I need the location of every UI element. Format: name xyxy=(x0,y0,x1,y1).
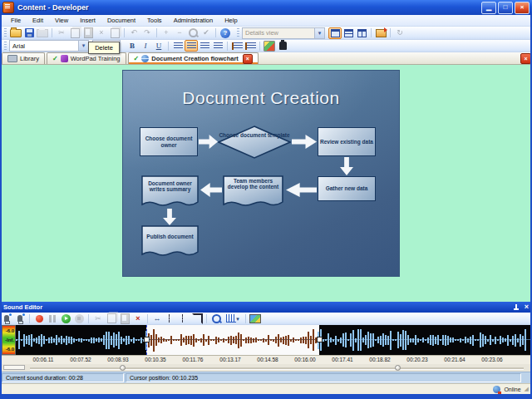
align-justify-button[interactable] xyxy=(211,40,224,52)
align-right-button[interactable] xyxy=(198,40,211,52)
cut-sound-button[interactable]: ✂ xyxy=(91,313,105,324)
copy-button[interactable] xyxy=(68,27,81,39)
zoom-in-button[interactable]: + xyxy=(160,27,173,39)
refresh-button[interactable]: ↻ xyxy=(393,27,406,39)
view-single-button[interactable] xyxy=(328,27,342,39)
sound-editor-close-button[interactable]: × xyxy=(525,303,529,311)
wave-display-button[interactable]: ▾ xyxy=(223,313,243,324)
menu-document[interactable]: Document xyxy=(101,16,141,25)
marker-left-button[interactable] xyxy=(164,313,177,324)
save-button[interactable] xyxy=(22,27,36,39)
resize-grip-icon[interactable]: ◢ xyxy=(525,386,529,392)
copy-sound-button[interactable] xyxy=(105,313,118,324)
selection-start-handle[interactable] xyxy=(144,337,150,342)
manage-folder-button[interactable] xyxy=(374,27,387,39)
scroll-track[interactable] xyxy=(30,367,524,370)
open-button[interactable] xyxy=(9,27,22,39)
scroll-cell[interactable] xyxy=(3,365,25,370)
undo-button[interactable]: ↶ xyxy=(127,27,140,39)
waveform[interactable] xyxy=(16,325,530,355)
menu-view[interactable]: View xyxy=(49,16,74,25)
toolbar-grip[interactable] xyxy=(4,28,7,37)
separator xyxy=(227,42,228,51)
close-tab-button[interactable]: × xyxy=(243,54,253,64)
bullet-list-button[interactable] xyxy=(230,40,244,52)
zoom-tool-button[interactable] xyxy=(209,313,223,324)
insert-picture-button[interactable] xyxy=(249,313,262,324)
record-button[interactable] xyxy=(32,313,46,324)
paste-icon xyxy=(84,27,93,38)
pause-button[interactable] xyxy=(46,313,59,324)
details-view-combo[interactable]: Details view ▾ xyxy=(242,27,325,39)
numbering-color-button[interactable] xyxy=(263,40,276,52)
cut-button[interactable]: ✂ xyxy=(55,27,68,39)
delete-button[interactable]: × xyxy=(95,27,108,39)
stop-button[interactable] xyxy=(72,313,86,324)
italic-button[interactable]: I xyxy=(139,40,152,52)
chevron-down-icon[interactable]: ▾ xyxy=(314,28,324,38)
toolbar-grip[interactable] xyxy=(4,42,7,51)
view-split-horizontal-button[interactable] xyxy=(342,27,355,39)
toolbar-grip[interactable] xyxy=(237,28,239,37)
numbered-list-button[interactable] xyxy=(244,40,257,52)
selection-end-handle[interactable] xyxy=(317,337,323,342)
sound-editor-title-bar: Sound Editor × xyxy=(0,302,532,313)
paste-special-button[interactable] xyxy=(108,27,121,39)
flowchart-node-choose-owner[interactable]: Choose document owner xyxy=(140,127,198,156)
separator xyxy=(390,28,391,37)
slide-canvas[interactable]: Document Creation Choose document owner … xyxy=(122,70,400,277)
flowchart-node-review-data[interactable]: Review existing data xyxy=(318,127,376,156)
window-frame-bottom xyxy=(0,394,532,399)
timeline-ruler[interactable]: 00:06.11 00:07.52 00:08.93 00:10.35 00:1… xyxy=(0,355,532,364)
new-recording-button[interactable] xyxy=(0,313,13,324)
play-button[interactable] xyxy=(59,313,72,324)
tab-wordpad-training[interactable]: ✓ WordPad Training xyxy=(47,52,126,64)
paste-button[interactable] xyxy=(81,27,95,39)
redo-button[interactable]: ↷ xyxy=(140,27,154,39)
menu-tools[interactable]: Tools xyxy=(141,16,168,25)
menu-edit[interactable]: Edit xyxy=(27,16,49,25)
align-left-button[interactable] xyxy=(171,40,185,52)
font-family-combo[interactable]: Arial ▾ xyxy=(9,40,89,52)
underline-button[interactable]: U xyxy=(152,40,165,52)
menu-insert[interactable]: Insert xyxy=(74,16,101,25)
dashed-line-icon xyxy=(169,314,175,323)
align-center-button[interactable] xyxy=(185,40,198,52)
zoom-out-button[interactable]: − xyxy=(173,27,186,39)
selection-marker-button[interactable]: ↔ xyxy=(150,313,164,324)
flowchart-node-publish[interactable]: Publish document xyxy=(141,225,199,259)
marker-right-button[interactable] xyxy=(177,313,190,324)
timeline-label: 00:17.41 xyxy=(322,357,363,362)
flowchart-node-choose-template[interactable]: Choose document template xyxy=(218,126,291,159)
menu-administration[interactable]: Administration xyxy=(168,16,219,25)
zoom-scroll-bar[interactable] xyxy=(0,364,532,372)
paste-sound-button[interactable] xyxy=(118,313,131,324)
close-button[interactable]: × xyxy=(515,2,530,14)
view-split-vertical-button[interactable] xyxy=(355,27,368,39)
flowchart-node-team-develop[interactable]: Team members develop the content xyxy=(223,175,283,209)
tab-document-creation-flowchart[interactable]: ✓ Document Creation flowchart × xyxy=(128,52,259,64)
help-button[interactable]: ? xyxy=(219,27,232,39)
flowchart-node-gather-data[interactable]: Gather new data xyxy=(318,176,376,201)
print-button[interactable] xyxy=(36,27,49,39)
align-right-icon xyxy=(200,42,209,50)
menu-help[interactable]: Help xyxy=(219,16,243,25)
delete-selection-button[interactable]: × xyxy=(131,313,145,324)
maximize-button[interactable]: □ xyxy=(498,2,513,14)
menu-file[interactable]: File xyxy=(5,16,27,25)
tab-library[interactable]: Library xyxy=(2,52,45,64)
find-button[interactable] xyxy=(186,27,200,39)
ink-bottle-icon xyxy=(279,42,287,50)
minimize-button[interactable]: ▁ xyxy=(481,2,496,14)
pin-icon[interactable] xyxy=(513,304,520,311)
fill-color-button[interactable] xyxy=(276,40,289,52)
crop-button[interactable] xyxy=(190,313,204,324)
flowchart-arrow xyxy=(292,135,317,149)
import-sound-button[interactable] xyxy=(13,313,27,324)
scroll-thumb[interactable] xyxy=(395,365,401,371)
bold-button[interactable]: B xyxy=(126,40,139,52)
scroll-thumb[interactable] xyxy=(120,365,126,371)
chevron-down-icon[interactable]: ▾ xyxy=(78,41,88,51)
flowchart-node-owner-summary[interactable]: Document owner writes summary xyxy=(141,175,199,209)
spellcheck-button[interactable]: ✔ xyxy=(200,27,213,39)
